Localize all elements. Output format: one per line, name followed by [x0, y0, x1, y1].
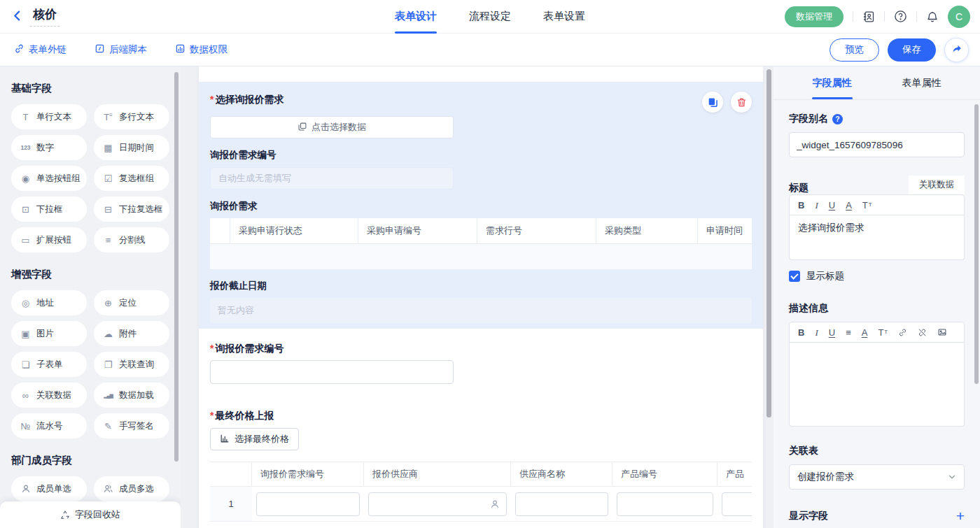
font-color-icon[interactable]: A [862, 328, 868, 337]
notification-bell-icon[interactable] [926, 10, 939, 23]
font-color-icon[interactable]: A [846, 201, 852, 210]
sidebar-scrollbar[interactable] [174, 72, 178, 462]
italic-icon[interactable]: I [815, 328, 818, 337]
subtable-input-cell [718, 492, 752, 516]
topbar-tab[interactable]: 流程设定 [469, 0, 511, 34]
toolbar-link[interactable]: 数据权限 [175, 43, 227, 56]
sidebar-item-radio-group[interactable]: ◉单选按钮组 [11, 166, 87, 191]
subtable-column-header: 产品 [718, 462, 752, 486]
subtable-input[interactable] [515, 492, 608, 516]
final-price-label: 最终价格上报 [210, 410, 752, 422]
signature-icon: ✎ [102, 422, 114, 431]
image-field-icon: ▣ [20, 329, 31, 338]
underline-icon[interactable]: U [829, 328, 835, 337]
select-final-price-button[interactable]: 选择最终价格 [210, 428, 299, 450]
field-recycle-bin-button[interactable]: 字段回收站 [0, 501, 181, 528]
subtable-input[interactable] [722, 492, 752, 516]
subtable-input[interactable] [368, 492, 507, 516]
sidebar-item-number[interactable]: 123数字 [11, 135, 87, 160]
sidebar-section-title: 基础字段 [11, 82, 169, 95]
sidebar-item-locate[interactable]: ⊕定位 [94, 290, 169, 315]
share-button[interactable] [944, 38, 969, 62]
sidebar-item-label: 关联查询 [119, 359, 154, 371]
insert-image-icon[interactable] [937, 327, 947, 337]
sidebar-section-title: 部门成员字段 [11, 454, 169, 467]
contact-book-icon[interactable] [862, 10, 875, 23]
alias-input[interactable] [789, 132, 965, 157]
sidebar-item-multi-dropdown[interactable]: ⊟下拉复选框 [94, 197, 169, 222]
sidebar-item-datetime[interactable]: ▦日期时间 [94, 135, 169, 160]
linked-data-button[interactable]: 关联数据 [909, 176, 965, 194]
help-icon[interactable] [894, 10, 907, 23]
sidebar-item-label: 复选框组 [119, 173, 154, 185]
insert-link-icon[interactable] [898, 328, 907, 337]
widget-linked-data-selected[interactable]: 选择询报价需求 点击选择数据 询报价需求编号 自动生成无需填写 [199, 82, 763, 329]
title-label: 标题 [789, 182, 808, 194]
preview-button[interactable]: 预览 [830, 38, 879, 62]
align-icon[interactable]: ≡ [846, 328, 851, 337]
linked-table-select[interactable]: 创建报价需求 [789, 464, 965, 490]
show-title-checkbox[interactable] [789, 271, 800, 282]
toolbar-link[interactable]: 后端脚本 [94, 43, 147, 56]
sidebar-item-attachment[interactable]: ☁附件 [94, 321, 169, 346]
linked-table-value: 创建报价需求 [797, 471, 854, 483]
sidebar-item-label: 定位 [119, 297, 136, 309]
subtable-blank-header [210, 462, 252, 486]
sidebar-item-divider[interactable]: ≡分割线 [94, 227, 169, 252]
topbar-tabs: 表单设计流程设定表单设置 [395, 0, 585, 34]
panel-scrollbar[interactable] [974, 104, 979, 384]
font-size-icon[interactable]: TT [862, 201, 872, 210]
alias-help-icon[interactable]: ? [832, 114, 843, 124]
sidebar-item-checkbox-group[interactable]: ☑复选框组 [94, 166, 169, 191]
widget-final-price[interactable]: 最终价格上报 选择最终价格 询报价需求编号报价供应商供应商名称产品编号产品1 [199, 410, 763, 522]
title-editor-content[interactable]: 选择询报价需求 [789, 215, 965, 260]
copy-widget-button[interactable] [702, 92, 723, 113]
save-button[interactable]: 保存 [888, 38, 936, 62]
sidebar-item-subform[interactable]: ❏子表单 [11, 352, 87, 377]
remove-link-icon[interactable] [918, 328, 927, 337]
topbar-right: 数据管理 C [785, 6, 970, 28]
add-display-field-button[interactable]: + [956, 508, 965, 523]
sidebar-item-member-single[interactable]: 成员单选 [11, 476, 87, 501]
back-button[interactable] [11, 10, 23, 24]
panel-tab[interactable]: 字段属性 [813, 66, 852, 99]
sidebar-item-link-query[interactable]: ❐关联查询 [94, 352, 169, 377]
sidebar-item-data-load[interactable]: ▂▄▆数据加载 [94, 383, 169, 408]
sidebar-item-address[interactable]: ◎地址 [11, 290, 87, 315]
subtable-input[interactable] [256, 492, 360, 516]
sidebar-item-link-data[interactable]: ∞关联数据 [11, 383, 87, 408]
form-title[interactable]: 核价 [30, 6, 59, 27]
select-data-button[interactable]: 点击选择数据 [210, 116, 454, 138]
bold-icon[interactable]: B [798, 328, 804, 337]
underline-icon[interactable]: U [829, 201, 835, 210]
sidebar-item-serial-number[interactable]: №流水号 [11, 413, 87, 438]
toolbar-links: 表单外链后端脚本数据权限 [14, 43, 227, 56]
sidebar-item-multi-line-text[interactable]: T≡多行文本 [94, 104, 169, 129]
panel-tab[interactable]: 表单属性 [902, 66, 941, 99]
toolbar-link[interactable]: 表单外链 [14, 43, 66, 56]
sidebar-item-extend-button[interactable]: ▭扩展按钮 [11, 227, 87, 252]
sidebar-item-member-multi[interactable]: 成员多选 [94, 476, 169, 501]
bold-icon[interactable]: B [798, 201, 804, 210]
sidebar-item-single-line-text[interactable]: T单行文本 [11, 104, 87, 129]
sidebar-item-signature[interactable]: ✎手写签名 [94, 413, 169, 438]
sidebar-item-dropdown[interactable]: ⊡下拉框 [11, 197, 87, 222]
member-single-icon [20, 484, 31, 494]
serial-input[interactable] [210, 360, 454, 384]
italic-icon[interactable]: I [815, 201, 818, 210]
topbar-tab[interactable]: 表单设置 [543, 0, 585, 34]
data-manage-button[interactable]: 数据管理 [785, 6, 844, 27]
sidebar-item-image-field[interactable]: ▣图片 [11, 321, 87, 346]
user-avatar[interactable]: C [948, 6, 970, 28]
toolbar-link-label: 数据权限 [190, 43, 227, 56]
description-editor-content[interactable] [789, 343, 965, 427]
subtable-input[interactable] [617, 492, 713, 516]
widget-serial-input[interactable]: 询报价需求编号 [199, 343, 763, 384]
serial-field-label: 询报价需求编号 [210, 343, 752, 355]
topbar-tab[interactable]: 表单设计 [395, 0, 437, 34]
serial-sub-label: 询报价需求编号 [210, 149, 752, 162]
font-size-icon[interactable]: TT [878, 328, 888, 337]
delete-widget-button[interactable] [731, 92, 752, 113]
linked-requirements-table: 采购申请行状态采购申请编号需求行号采购类型申请时间 [210, 218, 752, 269]
canvas-scrollbar[interactable] [766, 69, 771, 418]
